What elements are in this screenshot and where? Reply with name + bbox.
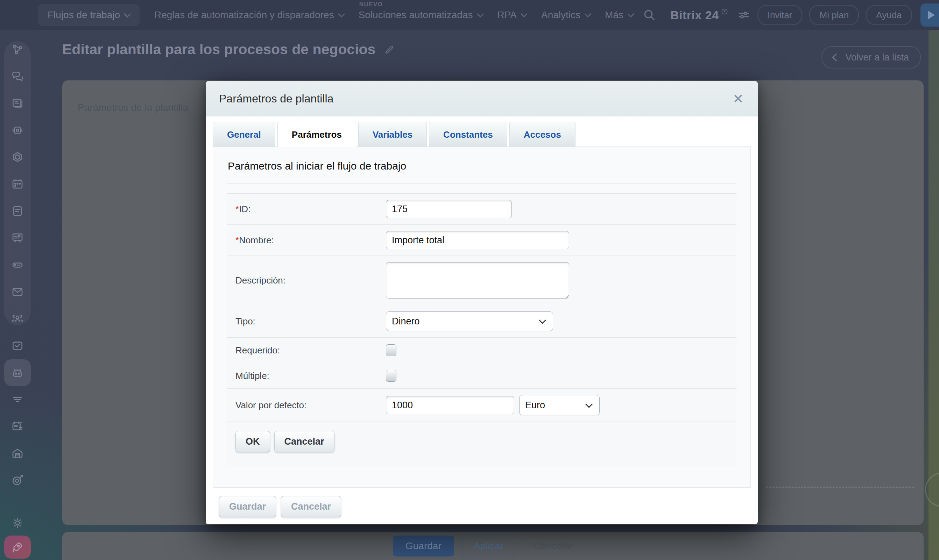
tab-accesos[interactable]: Accesos [509,122,575,147]
description-label: Descripción: [236,275,386,286]
sidebar-item-documents[interactable] [4,198,31,225]
sites-icon [11,151,24,164]
default-value-input[interactable] [386,396,514,414]
multiple-label: Múltiple: [236,371,386,382]
tab-parametros[interactable]: Parámetros [278,122,356,147]
page-footer-bar: Guardar Aplicar Cancelar [62,532,924,560]
clock-badge-icon [721,8,728,15]
page-title: Editar plantilla para los procesos de ne… [62,41,395,58]
mail-icon [11,285,24,298]
form-row-description: Descripción: [227,256,736,305]
id-label: *ID: [236,204,386,215]
required-label: Requerido: [236,345,386,356]
page-apply-button[interactable]: Aplicar [462,535,516,557]
sidebar-item-employees[interactable] [4,306,31,332]
drive-icon [11,258,24,272]
dialog-footer: Guardar Cancelar [213,488,751,517]
name-input[interactable] [386,231,569,249]
tab-general[interactable]: General [213,122,275,147]
dialog-title: Parámetros de plantilla [219,92,333,105]
news-icon [11,97,24,110]
ok-button[interactable]: OK [236,431,270,452]
chevron-down-icon [124,11,131,17]
tab-variables[interactable]: Variables [358,122,427,147]
screen: Flujos de trabajo Reglas de automatizaci… [0,0,939,560]
planner-icon [11,420,24,433]
video-calls-icon [11,124,24,137]
bitrix24-logo[interactable]: Bitrix 24 [670,8,728,22]
automation-robot-icon [11,366,25,380]
sidebar-item-messenger[interactable] [4,63,31,90]
clock-widget[interactable]: 1:18 PM [920,3,939,26]
dialog-cancel-button[interactable]: Cancelar [281,496,341,517]
nav-automation-rules[interactable]: Reglas de automatización y disparadores [154,9,344,21]
panel-tab-template-params[interactable]: Parámetros de la plantilla [78,102,188,113]
funnel-lines-icon [11,393,24,406]
sidebar-item-video-calls[interactable] [4,117,31,144]
sidebar-item-boards[interactable] [4,225,31,251]
sidebar-item-calendar[interactable] [4,171,31,197]
boards-icon [11,231,24,245]
nav-workflows-label: Flujos de trabajo [48,9,120,21]
page-save-button[interactable]: Guardar [393,535,454,557]
right-edge-widget-circle[interactable] [925,472,939,507]
rocket-icon [11,540,24,554]
edit-pencil-icon[interactable] [384,44,395,55]
back-to-list-button[interactable]: Volver a la lista [822,46,921,69]
dialog-body: General Parámetros Variables Constantes … [206,116,758,525]
chevron-left-icon [832,54,840,62]
nav-analytics[interactable]: Analytics [541,9,590,21]
form-cancel-button[interactable]: Cancelar [274,431,335,452]
invite-button[interactable]: Invitar [757,5,803,25]
sidebar-item-planner[interactable] [4,413,31,440]
sidebar-item-crm[interactable] [4,386,31,413]
description-textarea[interactable] [386,262,569,298]
chevron-down-icon [521,11,527,17]
chevron-down-icon [585,401,593,408]
chevron-down-icon [584,11,591,17]
play-icon [928,11,935,19]
sidebar-item-updates[interactable] [4,535,31,558]
form-row-type: Tipo: Dinero [227,305,736,338]
form-row-multiple: Múltiple: [227,363,736,389]
sidebar-item-tasks[interactable] [4,332,31,359]
section-heading: Parámetros al iniciar el flujo de trabaj… [228,160,736,172]
sidebar-item-automation[interactable] [4,359,31,386]
help-button[interactable]: Ayuda [866,5,912,25]
nav-more[interactable]: Más [605,9,633,21]
sidebar-item-marketing[interactable] [4,467,31,494]
page-cancel-button[interactable]: Cancelar [533,540,573,552]
dialog-save-button[interactable]: Guardar [219,496,276,517]
sidebar-item-sites[interactable] [4,144,31,171]
close-icon[interactable] [732,92,745,105]
sidebar-item-mail[interactable] [4,278,31,305]
id-input[interactable] [386,200,512,218]
tasks-icon [11,339,24,352]
template-parameters-dialog: Parámetros de plantilla General Parámetr… [206,81,758,525]
required-checkbox[interactable] [386,344,396,356]
sidebar-item-stream[interactable] [4,36,31,63]
my-plan-button[interactable]: Mi plan [809,5,859,25]
dialog-tabs: General Parámetros Variables Constantes … [213,122,751,146]
sidebar-item-news[interactable] [4,90,31,117]
nav-automated-solutions[interactable]: NUEVO Soluciones automatizadas [359,9,483,21]
default-value-label: Valor por defecto: [236,400,386,411]
sliders-icon[interactable] [737,8,751,22]
type-select[interactable]: Dinero [386,311,553,331]
form-row-default-value: Valor por defecto: Euro [227,389,736,422]
section-divider [227,183,736,183]
type-label: Tipo: [236,316,386,327]
dashed-separator [766,486,914,488]
sidebar-item-settings[interactable] [4,510,31,536]
currency-select[interactable]: Euro [519,395,600,415]
tab-content: Parámetros al iniciar el flujo de trabaj… [213,146,751,488]
search-icon[interactable] [642,8,656,22]
nav-workflows[interactable]: Flujos de trabajo [38,4,140,26]
sidebar-item-inventory[interactable] [4,440,31,467]
form-row-name: *Nombre: [227,225,736,256]
sidebar-item-drive[interactable] [4,252,31,278]
top-bar: Flujos de trabajo Reglas de automatizaci… [0,0,939,30]
nav-rpa[interactable]: RPA [498,9,527,21]
tab-constantes[interactable]: Constantes [429,122,507,147]
multiple-checkbox[interactable] [386,370,396,382]
